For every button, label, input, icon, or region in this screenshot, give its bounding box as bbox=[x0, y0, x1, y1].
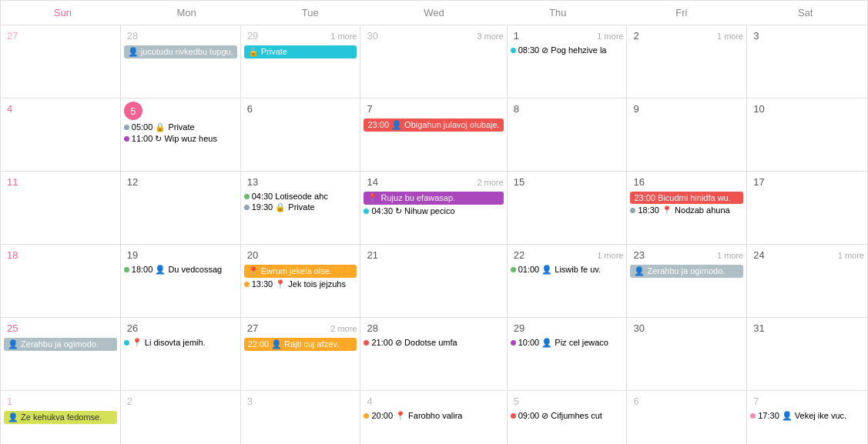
cal-cell: 31 bbox=[747, 318, 867, 391]
event-block[interactable]: 👤 Zerahbu ja ogimodo. bbox=[4, 338, 117, 351]
day-number[interactable]: 12 bbox=[124, 175, 141, 189]
day-number[interactable]: 30 bbox=[364, 28, 380, 43]
day-number[interactable]: 7 bbox=[364, 102, 375, 116]
event-block[interactable]: 🔒 Private bbox=[244, 45, 357, 58]
cal-cell: 25👤 Zerahbu ja ogimodo. bbox=[1, 318, 121, 391]
day-number[interactable]: 1 bbox=[511, 28, 522, 43]
cal-cell: 6 bbox=[627, 391, 747, 444]
event-block[interactable]: 22:00 👤 Rajti cuj afzev. bbox=[244, 338, 357, 351]
event-dot-text: 09:00 ⊘ Cifjumhes cut bbox=[518, 411, 602, 421]
day-number[interactable]: 2 bbox=[124, 394, 136, 409]
day-number[interactable]: 7 bbox=[750, 394, 762, 409]
day-number[interactable]: 30 bbox=[630, 321, 647, 336]
cell-top: 4 bbox=[4, 102, 117, 116]
day-number[interactable]: 5 bbox=[511, 394, 522, 409]
event-dot[interactable]: 10:00 👤 Piz cel jewaco bbox=[511, 338, 624, 348]
day-number[interactable]: 2 bbox=[630, 28, 642, 43]
event-dot[interactable]: 18:00 👤 Du vedcossag bbox=[124, 265, 237, 275]
event-block[interactable]: 23:00 👤 Obigahun julavoj olubaje. bbox=[364, 119, 503, 132]
day-number[interactable]: 6 bbox=[630, 394, 642, 409]
cell-top: 30 bbox=[630, 321, 743, 336]
day-number[interactable]: 15 bbox=[511, 175, 528, 189]
event-dot-text: 01:00 👤 Liswib fe uv. bbox=[518, 265, 601, 275]
cal-cell: 17 bbox=[747, 172, 867, 245]
more-link[interactable]: 1 more bbox=[838, 251, 864, 260]
day-number[interactable]: 13 bbox=[244, 175, 261, 189]
day-number[interactable]: 27 bbox=[4, 28, 21, 43]
event-dot[interactable]: 08:30 ⊘ Pog hehzive la bbox=[511, 45, 624, 55]
cal-cell: 8 bbox=[508, 98, 628, 172]
more-link[interactable]: 2 more bbox=[330, 324, 357, 333]
day-number[interactable]: 6 bbox=[244, 102, 256, 116]
day-number[interactable]: 18 bbox=[4, 248, 21, 262]
day-number[interactable]: 14 bbox=[364, 175, 380, 189]
cell-top: 303 more bbox=[364, 28, 503, 43]
more-link[interactable]: 1 more bbox=[597, 251, 623, 260]
day-number[interactable]: 1 bbox=[4, 394, 15, 409]
event-dot-text: 08:30 ⊘ Pog hehzive la bbox=[518, 45, 607, 55]
event-dot[interactable]: 📍 Li disovta jemih. bbox=[124, 338, 237, 348]
cal-cell: 2821:00 ⊘ Dodotse umfa bbox=[360, 318, 507, 391]
day-number[interactable]: 25 bbox=[4, 321, 21, 336]
day-number[interactable]: 19 bbox=[124, 248, 141, 262]
day-number[interactable]: 20 bbox=[244, 248, 261, 262]
header-day-mon: Mon bbox=[125, 1, 249, 25]
event-dot[interactable]: 09:00 ⊘ Cifjumhes cut bbox=[511, 411, 624, 421]
more-link[interactable]: 2 more bbox=[477, 178, 503, 187]
day-number[interactable]: 29 bbox=[511, 321, 528, 336]
event-dot[interactable]: 01:00 👤 Liswib fe uv. bbox=[511, 265, 624, 275]
day-number[interactable]: 3 bbox=[244, 394, 256, 409]
day-number[interactable]: 23 bbox=[630, 248, 647, 262]
cell-top: 15 bbox=[511, 175, 624, 189]
day-number[interactable]: 31 bbox=[750, 321, 767, 336]
day-number[interactable]: 11 bbox=[4, 175, 21, 189]
day-number[interactable]: 3 bbox=[750, 28, 762, 43]
day-number[interactable]: 28 bbox=[364, 321, 380, 336]
day-number[interactable]: 4 bbox=[364, 394, 375, 409]
event-dot[interactable]: 11:00 ↻ Wip wuz heus bbox=[124, 134, 237, 144]
day-number[interactable]: 5 bbox=[124, 102, 142, 120]
day-number[interactable]: 8 bbox=[511, 102, 522, 116]
more-link[interactable]: 3 more bbox=[477, 32, 503, 41]
event-block[interactable]: 23:00 Bicudmi hinidfa wu. bbox=[630, 192, 743, 204]
day-number[interactable]: 28 bbox=[124, 28, 141, 43]
event-block[interactable]: 📍 Rujuz bu efawasap. bbox=[364, 192, 503, 205]
event-dot-text: 18:30 📍 Nodzab ahuna bbox=[638, 205, 729, 215]
day-number[interactable]: 21 bbox=[364, 248, 380, 262]
day-number[interactable]: 4 bbox=[4, 102, 15, 116]
event-dot[interactable]: 13:30 📍 Jek tois jejzuhs bbox=[244, 279, 357, 289]
day-number[interactable]: 22 bbox=[511, 248, 528, 262]
cal-cell: 723:00 👤 Obigahun julavoj olubaje. bbox=[360, 98, 507, 172]
day-number[interactable]: 29 bbox=[244, 28, 261, 43]
more-link[interactable]: 1 more bbox=[597, 32, 623, 41]
more-link[interactable]: 1 more bbox=[330, 32, 357, 41]
event-block[interactable]: 👤 Zerahbu ja ogimodo. bbox=[630, 265, 743, 278]
event-dot[interactable]: 21:00 ⊘ Dodotse umfa bbox=[364, 338, 503, 348]
day-number[interactable]: 16 bbox=[630, 175, 647, 189]
event-dot[interactable]: 04:30 ↻ Nihuw pecico bbox=[364, 206, 503, 216]
event-block[interactable]: 👤 Ze kehukva fedomse. bbox=[4, 411, 117, 424]
day-number[interactable]: 9 bbox=[630, 102, 642, 116]
event-block[interactable]: 📍 Ewrum jekela olse. bbox=[244, 265, 357, 278]
day-number[interactable]: 10 bbox=[750, 102, 767, 116]
day-number[interactable]: 24 bbox=[750, 248, 767, 262]
event-dot[interactable]: 17:30 👤 Vekej ike vuc. bbox=[750, 411, 864, 421]
cell-top: 21 bbox=[364, 248, 503, 262]
event-dot[interactable]: 04:30 Lotiseode ahc bbox=[244, 192, 357, 201]
more-link[interactable]: 1 more bbox=[717, 32, 743, 41]
calendar: SunMonTueWedThuFriSat 2728👤 jucutudu riv… bbox=[0, 0, 868, 444]
cell-top: 12 bbox=[124, 175, 237, 189]
event-dot[interactable]: 05:00 🔒 Private bbox=[124, 122, 237, 132]
event-dot[interactable]: 19:30 🔒 Private bbox=[244, 202, 357, 212]
event-dot-text: 21:00 ⊘ Dodotse umfa bbox=[371, 338, 457, 348]
event-block[interactable]: 👤 jucutudu rivkedbu tupgu. bbox=[124, 45, 237, 58]
cell-top: 7 bbox=[750, 394, 864, 409]
event-dot-text: 📍 Li disovta jemih. bbox=[132, 338, 206, 348]
event-dot[interactable]: 20:00 📍 Farobho valira bbox=[364, 411, 503, 421]
day-number[interactable]: 27 bbox=[244, 321, 261, 336]
event-dot[interactable]: 18:30 📍 Nodzab ahuna bbox=[630, 205, 743, 215]
cal-cell: 1👤 Ze kehukva fedomse. bbox=[1, 391, 121, 444]
day-number[interactable]: 26 bbox=[124, 321, 141, 336]
more-link[interactable]: 1 more bbox=[717, 251, 743, 260]
day-number[interactable]: 17 bbox=[750, 175, 767, 189]
